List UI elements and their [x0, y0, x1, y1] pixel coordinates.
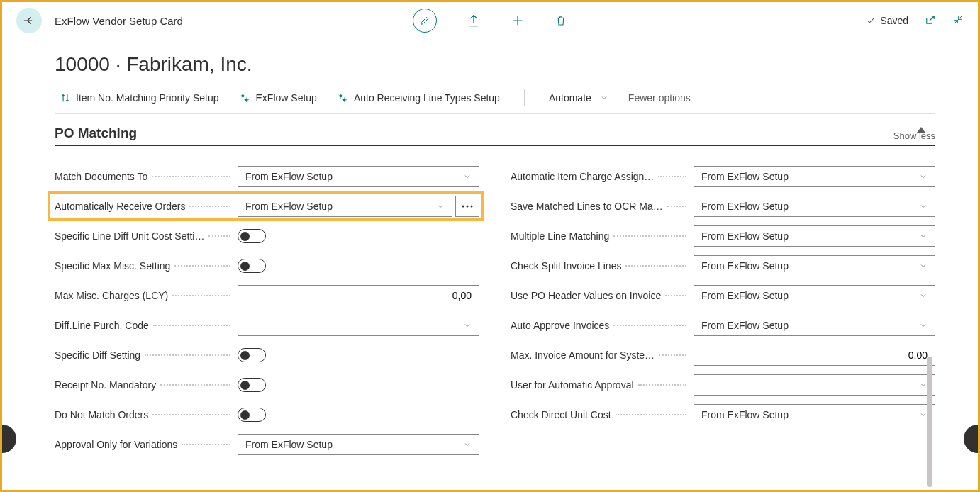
field-use-po-header: Use PO Header Values on Invoice From ExF… — [511, 285, 935, 306]
chevron-down-icon — [463, 321, 472, 330]
show-less-link[interactable]: Show less — [893, 130, 935, 141]
new-button[interactable] — [511, 13, 525, 28]
field-label: Specific Line Diff Unit Cost Setti… — [55, 230, 204, 242]
action-exflow-setup[interactable]: ExFlow Setup — [239, 92, 317, 104]
edit-button[interactable] — [413, 9, 437, 33]
auto-receive-more-button[interactable] — [455, 196, 479, 217]
center-actions — [413, 9, 567, 33]
field-label: Check Split Invoice Lines — [511, 260, 621, 272]
multi-line-select[interactable]: From ExFlow Setup — [694, 225, 935, 247]
field-match-documents-to: Match Documents To From ExFlow Setup — [55, 166, 479, 187]
use-po-header-select[interactable]: From ExFlow Setup — [694, 285, 935, 306]
collapse-icon — [952, 14, 964, 26]
field-do-not-match-orders: Do Not Match Orders — [55, 404, 479, 425]
action-item-no-matching[interactable]: Item No. Matching Priority Setup — [60, 92, 219, 104]
chevron-down-icon — [919, 291, 928, 300]
gears-icon — [239, 92, 250, 104]
field-specific-max-misc: Specific Max Misc. Setting — [55, 255, 479, 276]
field-specific-diff: Specific Diff Setting — [55, 345, 479, 366]
field-auto-item-charge: Automatic Item Charge Assign… From ExFlo… — [511, 166, 935, 187]
divider — [524, 89, 525, 106]
popout-button[interactable] — [924, 13, 937, 28]
popout-icon — [924, 13, 937, 26]
save-matched-select[interactable]: From ExFlow Setup — [694, 196, 935, 217]
breadcrumb: ExFlow Vendor Setup Card — [55, 15, 183, 27]
header-bar: ExFlow Vendor Setup Card Saved — [2, 2, 978, 39]
svg-point-6 — [471, 206, 473, 208]
field-label: User for Automatic Approval — [511, 379, 634, 391]
field-label: Automatic Item Charge Assign… — [511, 171, 654, 182]
select-value: From ExFlow Setup — [701, 290, 789, 301]
do-not-match-toggle[interactable] — [238, 408, 266, 422]
action-label: Automate — [549, 92, 591, 104]
field-label: Check Direct Unit Cost — [511, 409, 611, 420]
chevron-down-icon — [919, 172, 928, 181]
left-column: Match Documents To From ExFlow Setup Aut… — [55, 166, 479, 464]
select-value: From ExFlow Setup — [245, 201, 333, 212]
select-value: From ExFlow Setup — [701, 230, 789, 242]
field-multiple-line-matching: Multiple Line Matching From ExFlow Setup — [511, 225, 935, 247]
chevron-down-icon — [919, 232, 928, 240]
right-column: Automatic Item Charge Assign… From ExFlo… — [511, 166, 935, 464]
share-button[interactable] — [467, 13, 481, 28]
user-auto-select[interactable] — [694, 374, 935, 396]
delete-button[interactable] — [555, 13, 567, 28]
scrollbar[interactable] — [927, 357, 932, 487]
action-label: Auto Receiving Line Types Setup — [354, 92, 500, 104]
field-label: Approval Only for Variations — [55, 439, 177, 450]
field-label: Automatically Receive Orders — [55, 201, 185, 212]
share-icon — [467, 13, 481, 28]
chevron-down-icon — [463, 440, 472, 449]
approval-only-select[interactable]: From ExFlow Setup — [238, 434, 479, 455]
action-auto-receiving[interactable]: Auto Receiving Line Types Setup — [337, 92, 500, 104]
field-label: Do Not Match Orders — [55, 409, 148, 420]
action-automate[interactable]: Automate — [549, 92, 608, 104]
svg-point-4 — [462, 206, 464, 208]
saved-status: Saved — [866, 15, 908, 26]
svg-point-0 — [241, 94, 244, 97]
fields-columns: Match Documents To From ExFlow Setup Aut… — [55, 166, 935, 464]
action-label: Fewer options — [628, 92, 691, 104]
field-label: Specific Max Misc. Setting — [55, 260, 170, 272]
field-label: Use PO Header Values on Invoice — [511, 290, 661, 301]
chevron-down-icon — [919, 262, 928, 270]
auto-approve-select[interactable]: From ExFlow Setup — [694, 315, 935, 336]
select-value: From ExFlow Setup — [245, 171, 333, 182]
saved-label: Saved — [880, 15, 908, 26]
svg-point-1 — [245, 99, 247, 101]
page-title: 10000 · Fabrikam, Inc. — [55, 53, 935, 76]
field-label: Auto Approve Invoices — [511, 320, 609, 331]
field-receipt-no-mandatory: Receipt No. Mandatory — [55, 374, 479, 396]
field-label: Save Matched Lines to OCR Ma… — [511, 201, 663, 212]
specific-line-diff-toggle[interactable] — [238, 229, 266, 243]
section-title: PO Matching — [55, 125, 137, 141]
action-bar: Item No. Matching Priority Setup ExFlow … — [55, 82, 935, 114]
back-button[interactable] — [16, 8, 42, 33]
check-direct-select[interactable]: From ExFlow Setup — [694, 404, 935, 425]
auto-item-charge-select[interactable]: From ExFlow Setup — [694, 166, 935, 187]
field-check-split-invoice: Check Split Invoice Lines From ExFlow Se… — [511, 255, 935, 276]
field-specific-line-diff: Specific Line Diff Unit Cost Setti… — [55, 225, 479, 247]
select-value: From ExFlow Setup — [701, 320, 789, 331]
diff-line-select[interactable] — [238, 315, 479, 336]
auto-receive-select[interactable]: From ExFlow Setup — [238, 196, 452, 217]
select-value: From ExFlow Setup — [701, 171, 789, 182]
action-fewer-options[interactable]: Fewer options — [628, 92, 691, 104]
max-misc-input[interactable] — [238, 285, 479, 306]
field-label: Receipt No. Mandatory — [55, 379, 156, 391]
max-invoice-input[interactable] — [694, 345, 935, 366]
check-split-select[interactable]: From ExFlow Setup — [694, 255, 935, 276]
field-approval-only-variations: Approval Only for Variations From ExFlow… — [55, 434, 479, 455]
field-max-misc-charges: Max Misc. Charges (LCY) — [55, 285, 479, 306]
collapse-button[interactable] — [952, 14, 964, 28]
field-label: Match Documents To — [55, 171, 147, 182]
select-value: From ExFlow Setup — [701, 201, 789, 212]
specific-diff-toggle[interactable] — [238, 348, 266, 362]
field-label: Max. Invoice Amount for Syste… — [511, 350, 655, 361]
arrow-left-icon — [23, 14, 35, 27]
match-documents-select[interactable]: From ExFlow Setup — [238, 166, 479, 187]
svg-point-5 — [467, 206, 469, 208]
receipt-no-toggle[interactable] — [238, 378, 266, 392]
field-label: Specific Diff Setting — [55, 350, 140, 361]
specific-max-misc-toggle[interactable] — [238, 259, 266, 273]
